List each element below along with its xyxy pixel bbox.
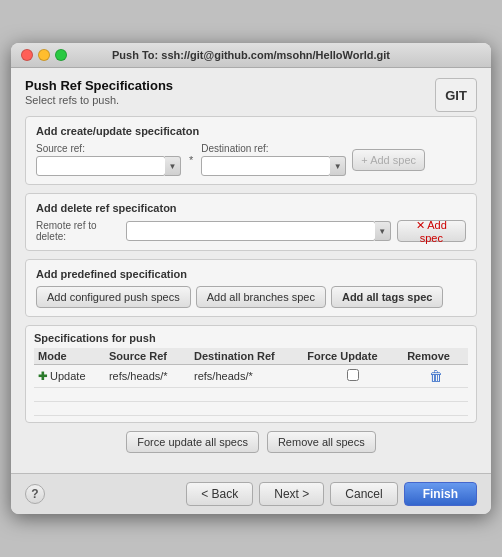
add-all-tags-spec-button[interactable]: Add all tags spec: [331, 286, 443, 308]
create-update-section: Add create/update specificaton Source re…: [25, 116, 477, 185]
finish-button[interactable]: Finish: [404, 482, 477, 506]
remove-all-specs-button[interactable]: Remove all specs: [267, 431, 376, 453]
source-ref-group: Source ref: ▼: [36, 143, 181, 176]
force-update-all-button[interactable]: Force update all specs: [126, 431, 259, 453]
page-subtitle: Select refs to push.: [25, 94, 173, 106]
help-button[interactable]: ?: [25, 484, 45, 504]
add-spec-button[interactable]: + Add spec: [352, 149, 425, 171]
delete-section: Add delete ref specificaton Remote ref t…: [25, 193, 477, 251]
traffic-lights: [21, 49, 67, 61]
specs-table: Mode Source Ref Destination Ref Force Up…: [34, 348, 468, 416]
next-button[interactable]: Next >: [259, 482, 324, 506]
dest-ref-dropdown-arrow[interactable]: ▼: [330, 156, 346, 176]
predefined-title: Add predefined specification: [36, 268, 466, 280]
specs-table-header-row: Mode Source Ref Destination Ref Force Up…: [34, 348, 468, 365]
dest-ref-combo-wrap: ▼: [201, 156, 346, 176]
force-update-checkbox[interactable]: [347, 369, 359, 381]
add-all-branches-spec-button[interactable]: Add all branches spec: [196, 286, 326, 308]
content-area: Push Ref Specifications Select refs to p…: [11, 68, 491, 473]
specs-table-body: ✚ Update refs/heads/* refs/heads/* 🗑: [34, 365, 468, 416]
cell-dest-ref: refs/heads/*: [190, 365, 303, 388]
dest-ref-input[interactable]: [201, 156, 331, 176]
cell-force-update[interactable]: [303, 365, 403, 388]
mode-icon: ✚: [38, 370, 47, 382]
remote-ref-dropdown-arrow[interactable]: ▼: [375, 221, 391, 241]
predefined-buttons: Add configured push specs Add all branch…: [36, 286, 466, 308]
cell-source-ref: refs/heads/*: [105, 365, 190, 388]
remote-ref-input[interactable]: [126, 221, 376, 241]
source-ref-label: Source ref:: [36, 143, 181, 154]
source-ref-dropdown-arrow[interactable]: ▼: [165, 156, 181, 176]
header-text: Push Ref Specifications Select refs to p…: [25, 78, 173, 106]
page-header: Push Ref Specifications Select refs to p…: [25, 78, 477, 112]
add-delete-spec-button[interactable]: ✕ Add spec: [397, 220, 466, 242]
empty-row-2: [34, 402, 468, 416]
dest-ref-label: Destination ref:: [201, 143, 346, 154]
create-update-title: Add create/update specificaton: [36, 125, 466, 137]
dest-ref-group: Destination ref: ▼: [201, 143, 346, 176]
delete-form: Remote ref to delete: ▼ ✕ Add spec: [36, 220, 466, 242]
remote-ref-label: Remote ref to delete:: [36, 220, 120, 242]
col-force-update: Force Update: [303, 348, 403, 365]
mode-label: Update: [50, 370, 85, 382]
cell-mode: ✚ Update: [34, 365, 105, 388]
source-ref-input[interactable]: [36, 156, 166, 176]
empty-row-1: [34, 388, 468, 402]
cancel-button[interactable]: Cancel: [330, 482, 397, 506]
main-window: Push To: ssh://git@github.com/msohn/Hell…: [11, 43, 491, 514]
footer-nav-buttons: < Back Next > Cancel Finish: [186, 482, 477, 506]
minimize-button[interactable]: [38, 49, 50, 61]
predefined-section: Add predefined specification Add configu…: [25, 259, 477, 317]
remote-ref-combo-wrap: ▼: [126, 221, 391, 241]
footer: ? < Back Next > Cancel Finish: [11, 473, 491, 514]
page-title: Push Ref Specifications: [25, 78, 173, 93]
create-update-form: Source ref: ▼ * Destination ref: ▼ + Add…: [36, 143, 466, 176]
col-dest-ref: Destination Ref: [190, 348, 303, 365]
table-row: ✚ Update refs/heads/* refs/heads/* 🗑: [34, 365, 468, 388]
git-logo: GIT: [435, 78, 477, 112]
specs-table-head: Mode Source Ref Destination Ref Force Up…: [34, 348, 468, 365]
trash-icon[interactable]: 🗑: [429, 368, 443, 384]
separator: *: [187, 154, 195, 166]
col-source-ref: Source Ref: [105, 348, 190, 365]
close-button[interactable]: [21, 49, 33, 61]
delete-section-title: Add delete ref specificaton: [36, 202, 466, 214]
specs-section: Specifications for push Mode Source Ref …: [25, 325, 477, 423]
back-button[interactable]: < Back: [186, 482, 253, 506]
add-configured-push-specs-button[interactable]: Add configured push specs: [36, 286, 191, 308]
specs-title: Specifications for push: [34, 332, 468, 344]
window-title: Push To: ssh://git@github.com/msohn/Hell…: [11, 49, 491, 61]
cell-remove: 🗑: [403, 365, 468, 388]
col-mode: Mode: [34, 348, 105, 365]
bottom-buttons: Force update all specs Remove all specs: [25, 431, 477, 453]
col-remove: Remove: [403, 348, 468, 365]
title-bar: Push To: ssh://git@github.com/msohn/Hell…: [11, 43, 491, 68]
source-ref-combo-wrap: ▼: [36, 156, 181, 176]
maximize-button[interactable]: [55, 49, 67, 61]
